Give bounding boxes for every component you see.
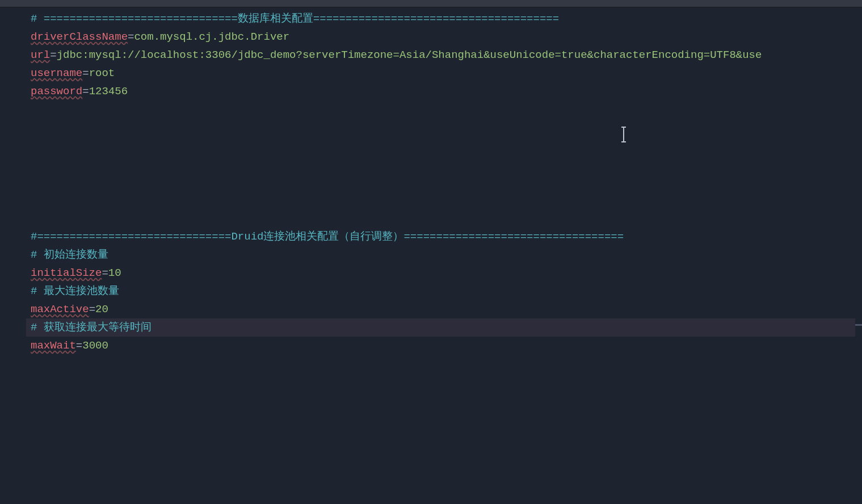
code-line[interactable]: # 最大连接池数量 (26, 282, 862, 300)
property-key: maxActive (31, 303, 89, 316)
equals-sign: = (50, 49, 56, 61)
code-line[interactable]: username=root (26, 64, 862, 82)
code-line[interactable]: url=jdbc:mysql://localhost:3306/jdbc_dem… (26, 46, 862, 64)
property-key: username (31, 67, 82, 79)
editor-gutter (0, 7, 26, 504)
equals-sign: = (102, 267, 108, 279)
code-line[interactable]: maxActive=20 (26, 300, 862, 318)
scrollbar-marker (855, 324, 862, 326)
editor-container: # ==============================数据库相关配置=… (0, 7, 862, 504)
comment-text: # 初始连接数量 (31, 249, 108, 261)
code-line[interactable]: # 初始连接数量 (26, 246, 862, 264)
comment-text: #==============================Druid连接池相… (31, 230, 624, 243)
text-cursor-icon (623, 128, 624, 141)
equals-sign: = (128, 31, 134, 43)
property-value: 10 (108, 267, 121, 279)
code-line[interactable] (26, 100, 862, 119)
code-line[interactable] (26, 137, 862, 155)
code-line[interactable] (26, 155, 862, 173)
code-line[interactable]: #==============================Druid连接池相… (26, 228, 862, 246)
code-line[interactable] (26, 209, 862, 228)
equals-sign: = (89, 303, 95, 316)
equals-sign: = (82, 85, 89, 98)
code-line[interactable]: maxWait=3000 (26, 337, 862, 355)
editor-top-bar (0, 0, 862, 7)
property-value: 20 (95, 303, 108, 316)
code-line[interactable]: password=123456 (26, 82, 862, 100)
property-value: com.mysql.cj.jdbc.Driver (134, 31, 289, 43)
code-line[interactable] (26, 173, 862, 191)
scrollbar-vertical[interactable] (855, 7, 862, 504)
property-value: jdbc:mysql://localhost:3306/jdbc_demo?se… (57, 49, 762, 61)
equals-sign: = (82, 67, 89, 79)
property-key: password (31, 85, 82, 98)
comment-text: # ==============================数据库相关配置=… (31, 12, 559, 25)
property-value: 3000 (82, 339, 108, 352)
comment-text: # 最大连接池数量 (31, 285, 119, 297)
property-value: 123456 (89, 85, 128, 98)
property-key: maxWait (31, 339, 76, 352)
code-line[interactable]: # 获取连接最大等待时间 (26, 318, 862, 337)
property-value: root (89, 67, 115, 79)
code-line[interactable]: # ==============================数据库相关配置=… (26, 10, 862, 28)
code-line[interactable] (26, 119, 862, 137)
property-key: initialSize (31, 267, 102, 279)
code-line[interactable]: driverClassName=com.mysql.cj.jdbc.Driver (26, 28, 862, 46)
code-editor-area[interactable]: # ==============================数据库相关配置=… (26, 7, 862, 504)
equals-sign: = (76, 339, 82, 352)
comment-text: # 获取连接最大等待时间 (31, 321, 152, 334)
code-line[interactable]: initialSize=10 (26, 264, 862, 282)
property-key: driverClassName (31, 31, 128, 43)
property-key: url (31, 49, 50, 61)
code-line[interactable] (26, 191, 862, 209)
